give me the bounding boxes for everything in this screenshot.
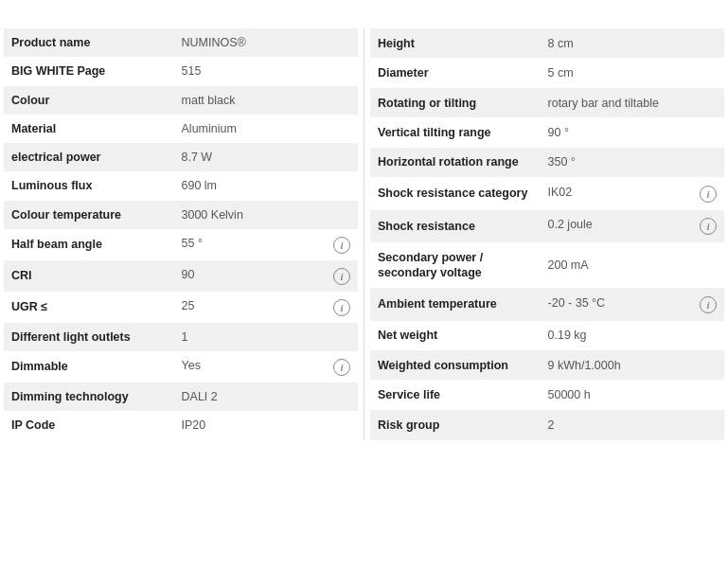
- row-label: Different light outlets: [4, 323, 174, 351]
- row-label: CRI: [4, 260, 174, 292]
- table-row: Horizontal rotation range350 °: [370, 148, 724, 177]
- row-label: Luminous flux: [4, 171, 174, 200]
- table-row: Height8 cm: [370, 28, 724, 58]
- table-row: Secondary power / secondary voltage200 m…: [370, 242, 724, 288]
- table-row: Ambient temperature-20 - 35 °Ci: [370, 288, 724, 320]
- row-label: UGR ≤: [4, 292, 174, 323]
- info-icon[interactable]: i: [700, 218, 717, 235]
- table-row: Weighted consumption9 kWh/1.000h: [370, 350, 724, 380]
- row-value: 90i: [174, 260, 358, 292]
- table-row: Shock resistance0.2 joulei: [370, 210, 724, 242]
- row-value: 50000 h: [541, 380, 724, 409]
- right-data-table: Height8 cmDiameter5 cmRotating or tiltin…: [370, 28, 724, 440]
- row-value: 25i: [174, 292, 358, 323]
- row-value: 0.2 joulei: [541, 210, 724, 242]
- row-label: Horizontal rotation range: [370, 148, 541, 177]
- table-row: DimmableYesi: [4, 351, 358, 382]
- table-row: Rotating or tiltingrotary bar and tiltab…: [370, 88, 724, 117]
- row-label: Colour: [4, 86, 174, 115]
- row-value: IP20: [174, 411, 358, 439]
- info-icon[interactable]: i: [333, 237, 350, 254]
- page-header: [0, 0, 728, 28]
- row-value: 5 cm: [541, 58, 724, 87]
- table-row: Product nameNUMINOS®: [4, 28, 358, 57]
- table-row: Luminous flux690 lm: [4, 171, 358, 200]
- row-value: 3000 Kelvin: [174, 201, 358, 229]
- row-label: Weighted consumption: [370, 350, 541, 380]
- row-value: 8.7 W: [174, 143, 358, 171]
- info-icon[interactable]: i: [700, 186, 717, 203]
- row-value: Aluminium: [174, 115, 358, 143]
- row-value: 2: [541, 410, 724, 440]
- table-row: Diameter5 cm: [370, 58, 724, 87]
- row-value: 350 °: [541, 148, 724, 177]
- table-row: BIG WHITE Page515: [4, 57, 358, 85]
- row-value: 8 cm: [541, 28, 724, 58]
- row-label: IP Code: [4, 411, 174, 439]
- table-row: Vertical tilting range90 °: [370, 117, 724, 147]
- row-value: 1: [174, 323, 358, 351]
- row-label: Rotating or tilting: [370, 88, 541, 117]
- row-label: Ambient temperature: [370, 288, 541, 320]
- row-label: Dimming technology: [4, 382, 174, 411]
- row-value: 200 mA: [541, 242, 724, 288]
- row-value: 0.19 kg: [541, 321, 724, 350]
- row-value: -20 - 35 °Ci: [541, 288, 724, 320]
- row-label: Shock resistance category: [370, 177, 541, 209]
- row-label: Net weight: [370, 321, 541, 350]
- row-value: 515: [174, 57, 358, 85]
- table-row: Different light outlets1: [4, 323, 358, 351]
- info-icon[interactable]: i: [700, 296, 717, 313]
- info-icon[interactable]: i: [333, 268, 350, 285]
- row-label: Material: [4, 115, 174, 143]
- table-row: Net weight0.19 kg: [370, 321, 724, 350]
- table-row: Colour temperature3000 Kelvin: [4, 201, 358, 229]
- row-value: 9 kWh/1.000h: [541, 350, 724, 380]
- row-label: electrical power: [4, 143, 174, 171]
- table-row: MaterialAluminium: [4, 115, 358, 143]
- row-label: Risk group: [370, 410, 541, 440]
- row-label: Secondary power / secondary voltage: [370, 242, 541, 288]
- row-label: Service life: [370, 380, 541, 409]
- table-divider: [364, 28, 364, 440]
- row-label: BIG WHITE Page: [4, 57, 174, 85]
- table-row: CRI90i: [4, 260, 358, 292]
- row-value: matt black: [174, 86, 358, 115]
- info-icon[interactable]: i: [333, 359, 350, 376]
- table-row: electrical power8.7 W: [4, 143, 358, 171]
- table-row: Shock resistance categoryIK02i: [370, 177, 724, 209]
- table-row: Colourmatt black: [4, 86, 358, 115]
- left-data-table: Product nameNUMINOS®BIG WHITE Page515Col…: [4, 28, 358, 440]
- table-row: Service life50000 h: [370, 380, 724, 409]
- table-row: IP CodeIP20: [4, 411, 358, 439]
- table-row: Risk group2: [370, 410, 724, 440]
- row-label: Shock resistance: [370, 210, 541, 242]
- row-label: Product name: [4, 28, 174, 57]
- row-label: Vertical tilting range: [370, 117, 541, 147]
- row-value: 690 lm: [174, 171, 358, 200]
- row-label: Half beam angle: [4, 229, 174, 260]
- row-value: 90 °: [541, 117, 724, 147]
- row-label: Height: [370, 28, 541, 58]
- row-value: rotary bar and tiltable: [541, 88, 724, 117]
- table-row: Half beam angle55 °i: [4, 229, 358, 260]
- info-icon[interactable]: i: [333, 299, 350, 316]
- table-row: Dimming technologyDALI 2: [4, 382, 358, 411]
- row-value: NUMINOS®: [174, 28, 358, 57]
- row-value: Yesi: [174, 351, 358, 382]
- row-value: 55 °i: [174, 229, 358, 260]
- table-row: UGR ≤25i: [4, 292, 358, 323]
- row-label: Diameter: [370, 58, 541, 87]
- row-label: Colour temperature: [4, 201, 174, 229]
- row-label: Dimmable: [4, 351, 174, 382]
- row-value: DALI 2: [174, 382, 358, 411]
- row-value: IK02i: [541, 177, 724, 209]
